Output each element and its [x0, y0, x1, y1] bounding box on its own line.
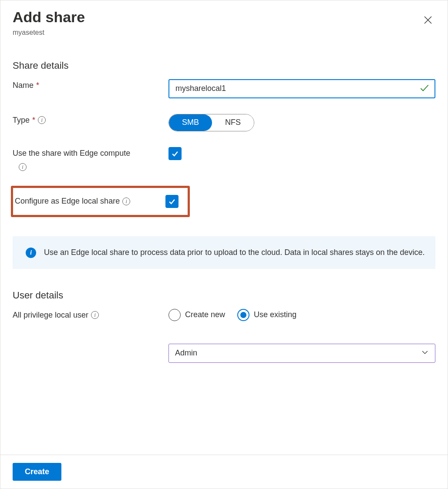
close-icon [423, 15, 433, 25]
close-button[interactable] [421, 13, 435, 29]
required-asterisk: * [32, 114, 35, 127]
radio-use-existing[interactable]: Use existing [237, 309, 296, 321]
edge-local-label: Configure as Edge local share [15, 195, 120, 208]
info-bar-text: Use an Edge local share to process data … [44, 247, 425, 258]
required-asterisk: * [36, 79, 39, 92]
info-filled-icon: i [26, 248, 36, 258]
info-icon[interactable]: i [19, 163, 27, 171]
info-icon[interactable]: i [91, 311, 99, 319]
section-user-details: User details [13, 290, 435, 301]
edge-local-highlight: Configure as Edge local share i [11, 186, 190, 217]
valid-check-icon [419, 82, 430, 95]
name-label: Name [13, 79, 34, 92]
page-title: Add share [13, 8, 85, 26]
radio-icon [237, 309, 249, 321]
edge-local-checkbox[interactable] [165, 195, 179, 208]
radio-use-existing-label: Use existing [254, 310, 296, 319]
create-button[interactable]: Create [13, 463, 61, 481]
info-icon[interactable]: i [122, 198, 130, 205]
local-user-select[interactable]: Admin [168, 344, 435, 363]
edge-compute-checkbox[interactable] [168, 147, 182, 160]
local-user-radio-group: Create new Use existing [168, 309, 435, 321]
section-share-details: Share details [13, 60, 435, 71]
name-input[interactable] [168, 79, 435, 98]
radio-icon [168, 309, 181, 321]
footer: Create [0, 455, 448, 489]
type-option-smb[interactable]: SMB [169, 114, 212, 131]
type-toggle: SMB NFS [168, 114, 254, 131]
edge-compute-label: Use the share with Edge compute [13, 147, 130, 160]
page-subtitle: myasetest [13, 29, 85, 37]
type-label: Type [13, 114, 30, 127]
local-user-label: All privilege local user [13, 309, 88, 322]
check-icon [168, 197, 176, 206]
radio-create-new-label: Create new [185, 310, 225, 319]
info-icon[interactable]: i [38, 116, 46, 124]
check-icon [171, 149, 179, 158]
radio-create-new[interactable]: Create new [168, 309, 225, 321]
type-option-nfs[interactable]: NFS [212, 114, 254, 131]
info-bar: i Use an Edge local share to process dat… [13, 236, 435, 269]
local-user-select-value: Admin [175, 348, 197, 358]
chevron-down-icon [421, 348, 429, 358]
